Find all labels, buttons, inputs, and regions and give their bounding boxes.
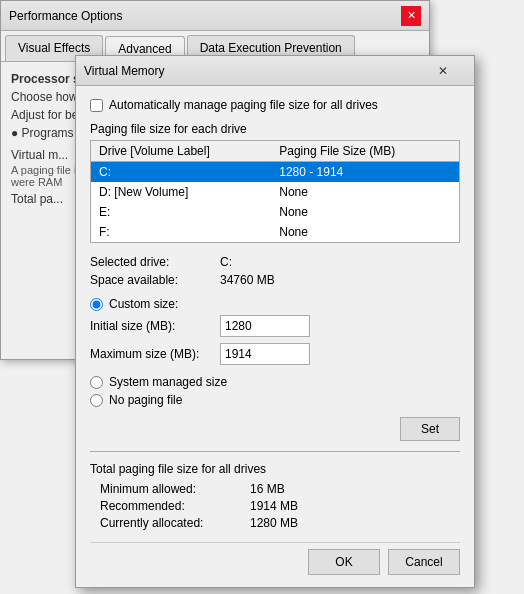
recommended-label: Recommended: [100, 499, 250, 513]
initial-size-row: Initial size (MB): [90, 315, 460, 337]
table-row[interactable]: C:1280 - 1914 [91, 162, 460, 183]
perf-close-button[interactable]: ✕ [401, 6, 421, 26]
drive-info-grid: Selected drive: C: Space available: 3476… [90, 255, 460, 287]
set-button[interactable]: Set [400, 417, 460, 441]
system-managed-row: System managed size [90, 375, 460, 389]
table-row[interactable]: F:None [91, 222, 460, 243]
custom-size-row: Custom size: [90, 297, 460, 311]
perf-title: Performance Options [9, 9, 401, 23]
drive-paging-size: None [271, 182, 459, 202]
size-radio-group: Custom size: Initial size (MB): Maximum … [90, 297, 460, 407]
total-grid: Minimum allowed: 16 MB Recommended: 1914… [100, 482, 460, 530]
system-managed-radio[interactable] [90, 376, 103, 389]
max-size-label: Maximum size (MB): [90, 347, 220, 361]
space-available-label: Space available: [90, 273, 220, 287]
drive-table: Drive [Volume Label] Paging File Size (M… [90, 140, 460, 243]
initial-size-label: Initial size (MB): [90, 319, 220, 333]
vm-close-button[interactable]: ✕ [420, 57, 466, 85]
selected-drive-value: C: [220, 255, 460, 269]
paging-col-header: Paging File Size (MB) [271, 141, 459, 162]
custom-size-radio[interactable] [90, 298, 103, 311]
auto-manage-checkbox[interactable] [90, 99, 103, 112]
drive-paging-size: 1280 - 1914 [271, 162, 459, 183]
drive-paging-size: None [271, 202, 459, 222]
drive-letter: C: [91, 162, 272, 183]
auto-manage-row: Automatically manage paging file size fo… [90, 98, 460, 112]
currently-allocated-label: Currently allocated: [100, 516, 250, 530]
currently-allocated-value: 1280 MB [250, 516, 460, 530]
vm-title: Virtual Memory [84, 64, 420, 78]
selected-drive-label: Selected drive: [90, 255, 220, 269]
size-inputs: Initial size (MB): Maximum size (MB): [90, 315, 460, 365]
drive-letter: E: [91, 202, 272, 222]
table-row[interactable]: E:None [91, 202, 460, 222]
dialog-buttons: OK Cancel [90, 542, 460, 575]
no-paging-radio[interactable] [90, 394, 103, 407]
vm-titlebar: Virtual Memory ✕ [76, 56, 474, 86]
virtual-memory-dialog: Virtual Memory ✕ Automatically manage pa… [75, 55, 475, 588]
total-title: Total paging file size for all drives [90, 462, 460, 476]
ok-button[interactable]: OK [308, 549, 380, 575]
recommended-value: 1914 MB [250, 499, 460, 513]
custom-size-label: Custom size: [109, 297, 178, 311]
min-allowed-value: 16 MB [250, 482, 460, 496]
space-available-value: 34760 MB [220, 273, 460, 287]
perf-titlebar: Performance Options ✕ [1, 1, 429, 31]
divider [90, 451, 460, 452]
system-managed-label: System managed size [109, 375, 227, 389]
no-paging-row: No paging file [90, 393, 460, 407]
total-section: Total paging file size for all drives Mi… [90, 462, 460, 530]
max-size-input[interactable] [220, 343, 310, 365]
drive-letter: D: [New Volume] [91, 182, 272, 202]
table-row[interactable]: D: [New Volume]None [91, 182, 460, 202]
paging-section-label: Paging file size for each drive [90, 122, 460, 136]
initial-size-input[interactable] [220, 315, 310, 337]
set-button-row: Set [90, 417, 460, 441]
drive-col-header: Drive [Volume Label] [91, 141, 272, 162]
auto-manage-label: Automatically manage paging file size fo… [109, 98, 378, 112]
no-paging-label: No paging file [109, 393, 182, 407]
cancel-button[interactable]: Cancel [388, 549, 460, 575]
drive-paging-size: None [271, 222, 459, 243]
max-size-row: Maximum size (MB): [90, 343, 460, 365]
vm-body: Automatically manage paging file size fo… [76, 86, 474, 587]
drive-letter: F: [91, 222, 272, 243]
min-allowed-label: Minimum allowed: [100, 482, 250, 496]
